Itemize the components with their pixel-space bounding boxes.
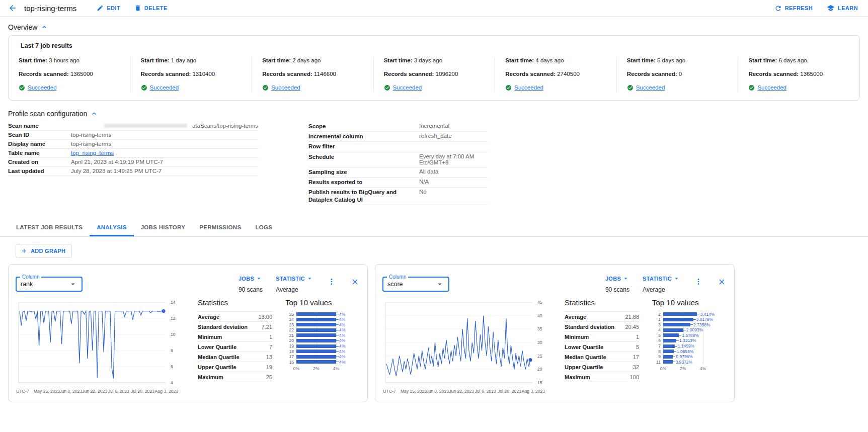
svg-text:May 25, 2023: May 25, 2023 (401, 389, 427, 394)
graduation-cap-icon (827, 4, 835, 12)
check-circle-icon (141, 84, 147, 91)
job-status-link[interactable]: Succeeded (636, 84, 665, 91)
job-status-link[interactable]: Succeeded (150, 84, 179, 91)
config-heading[interactable]: Profile scan configuration (8, 110, 860, 118)
kebab-menu-icon (328, 278, 336, 286)
pencil-icon (97, 5, 104, 12)
x-axis-tick: 0% (660, 366, 666, 371)
bar-row: 23.414% (652, 311, 727, 317)
job-result-card: Start time: 3 hours agoRecords scanned: … (9, 57, 130, 92)
overview-heading[interactable]: Overview (8, 23, 860, 31)
jobs-dropdown[interactable]: JOBS (239, 275, 263, 282)
overview-heading-label: Overview (8, 23, 37, 31)
config-row-label: Table name (8, 150, 71, 156)
bar-row: 224% (285, 327, 360, 333)
bar-value-label: 0.9796% (676, 354, 693, 359)
job-status-link[interactable]: Succeeded (514, 84, 543, 91)
tab-permissions[interactable]: PERMISSIONS (192, 220, 248, 236)
bar-value-label: 4% (339, 327, 345, 332)
config-row-value: All data (419, 168, 488, 176)
statistic-label: Minimum (198, 334, 222, 340)
statistic-label: Standard deviation (565, 324, 614, 330)
job-start-time-label: Start time: (19, 57, 49, 63)
svg-text:Jul 20, 2023: Jul 20, 2023 (131, 389, 154, 394)
job-status-link[interactable]: Succeeded (271, 84, 300, 91)
learn-button[interactable]: LEARN (827, 4, 858, 12)
job-status-link[interactable]: Succeeded (757, 84, 786, 91)
back-button[interactable] (8, 4, 17, 13)
column-select-value: rank (21, 281, 68, 288)
bar-track: 4% (296, 349, 336, 354)
tab-latest-job-results[interactable]: LATEST JOB RESULTS (9, 220, 90, 236)
statistic-label: Lower Quartile (565, 344, 603, 350)
rank-line-chart: 468101214UTC-7May 25, 2023Jun 8, 2023Jun… (16, 298, 191, 397)
column-select[interactable]: Column rank (16, 277, 83, 292)
statistic-row: Maximum100 (565, 372, 639, 382)
job-start-time: Start time: 3 days ago (384, 57, 486, 64)
close-panel-button[interactable] (350, 277, 360, 287)
config-table-left: Scan nameataScans/top-rising-termsScan I… (8, 122, 258, 206)
caret-down-icon (673, 275, 680, 282)
bar-value-label: 1.1459% (678, 343, 695, 349)
bar-label-connector (336, 319, 339, 320)
config-row-value: July 28, 2023 at 1:49:25 PM UTC-7 (71, 168, 258, 174)
bar-value-label: 4% (339, 317, 345, 322)
bar-label-connector (693, 319, 696, 320)
add-graph-button[interactable]: ADD GRAPH (16, 244, 72, 258)
job-start-time-label: Start time: (748, 57, 778, 63)
config-row-value: Every day at 7:00 AM Etc/GMT+8 (419, 153, 488, 165)
bar (663, 344, 675, 348)
job-status-link[interactable]: Succeeded (393, 84, 422, 91)
statistic-row: Average13.00 (198, 312, 272, 322)
more-options-button[interactable] (693, 277, 703, 287)
config-heading-label: Profile scan configuration (8, 110, 87, 118)
config-row-label: Scan ID (8, 132, 71, 138)
bar-category-label: 16 (285, 360, 296, 365)
bar-value-label: 0.9372% (676, 360, 693, 365)
svg-text:Jun 22, 2023: Jun 22, 2023 (82, 389, 107, 394)
bar-row: 81.0655% (652, 349, 727, 354)
bar-chart-x-axis: 0%2%4% (663, 365, 703, 372)
bar-label-connector (336, 340, 339, 341)
bar-row: 254% (285, 311, 360, 317)
bar-category-label: 6 (652, 338, 663, 343)
tab-logs[interactable]: LOGS (248, 220, 279, 236)
jobs-dropdown[interactable]: JOBS (605, 275, 629, 282)
table-name-link[interactable]: top_rising_terms (71, 150, 114, 156)
bar-value-label: 1.0655% (677, 349, 694, 354)
column-select[interactable]: Column score (382, 277, 449, 292)
delete-button[interactable]: DELETE (134, 5, 168, 12)
tab-jobs-history[interactable]: JOBS HISTORY (134, 220, 193, 236)
bar (663, 339, 676, 342)
bar (663, 355, 673, 359)
statistic-dropdown[interactable]: STATISTIC (643, 275, 680, 282)
config-row-value: ataScans/top-rising-terms (71, 123, 258, 129)
tab-analysis[interactable]: ANALYSIS (90, 220, 134, 236)
jobs-dropdown-value: 90 scans (239, 286, 263, 293)
job-status-link[interactable]: Succeeded (28, 84, 57, 91)
job-records-scanned: Records scanned: 2740500 (505, 71, 607, 78)
statistic-row: Median Quartile13 (198, 352, 272, 362)
job-records-scanned: Records scanned: 0 (627, 71, 729, 78)
x-axis-tick: 0% (293, 366, 299, 371)
config-row-value: Incremental (419, 123, 488, 130)
refresh-button[interactable]: REFRESH (774, 5, 813, 12)
edit-button[interactable]: EDIT (97, 5, 120, 12)
line-chart-svg: 15202530354045UTC-7May 25, 2023Jun 8, 20… (382, 298, 558, 397)
job-records-scanned: Records scanned: 1365000 (19, 71, 121, 78)
learn-button-label: LEARN (838, 5, 858, 11)
job-records-label: Records scanned: (748, 71, 800, 77)
bar-category-label: 23 (285, 322, 296, 327)
job-status: Succeeded (141, 84, 243, 91)
bar-label-connector (336, 346, 339, 347)
close-panel-button[interactable] (717, 277, 727, 287)
job-result-card: Start time: 3 days agoRecords scanned: 1… (373, 57, 495, 92)
config-row-value (419, 143, 488, 150)
statistic-dropdown[interactable]: STATISTIC (276, 275, 313, 282)
config-row-value-text: ataScans/top-rising-terms (192, 123, 258, 129)
bar-track: 1.1459% (663, 343, 703, 349)
svg-text:6: 6 (171, 364, 173, 369)
more-options-button[interactable] (327, 277, 337, 287)
statistic-value: 20.45 (625, 324, 639, 330)
statistic-value: 7.21 (262, 324, 272, 330)
